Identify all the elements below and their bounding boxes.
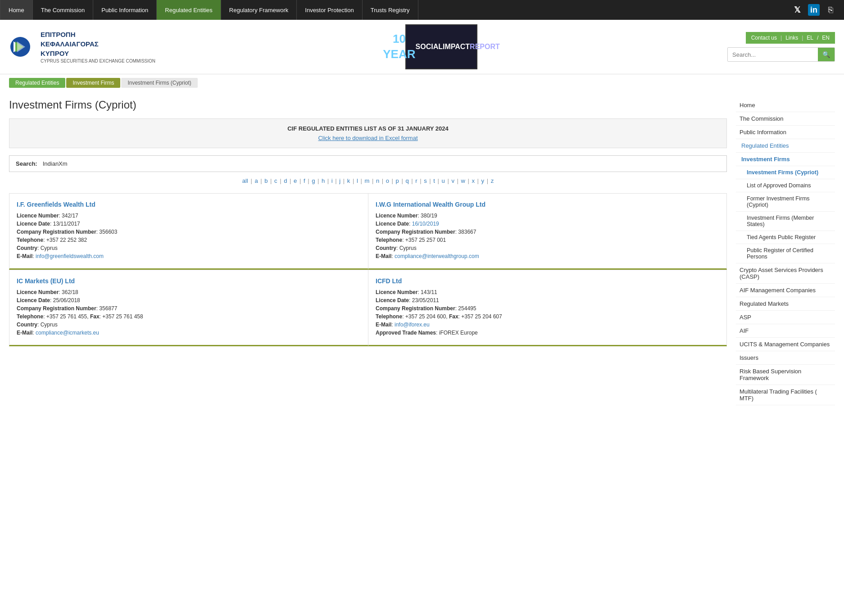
- search-bar: Search:: [9, 155, 727, 172]
- contact-link[interactable]: Contact us: [751, 35, 777, 41]
- sidebar-item-multilateral-trading-facilities--mtf[interactable]: Multilateral Trading Facilities ( MTF): [736, 385, 835, 405]
- logo-greek-line1: ΕΠΙΤΡΟΠΗ: [41, 30, 155, 39]
- sidebar-item-investment-firms[interactable]: Investment Firms: [736, 153, 835, 166]
- logo-area: ΕΠΙΤΡΟΠΗ ΚΕΦΑΛΑΙΑΓΟΡΑΣ ΚΥΠΡΟΥ CYPRUS SEC…: [9, 30, 155, 64]
- alpha-w[interactable]: w: [461, 177, 465, 184]
- alpha-all[interactable]: all: [242, 177, 248, 184]
- content-area: Investment Firms (Cypriot) CIF REGULATED…: [9, 91, 727, 405]
- logo-greek-line3: ΚΥΠΡΟΥ: [41, 49, 155, 58]
- banner-report: REPORT: [470, 42, 500, 52]
- breadcrumb-current: Investment Firms (Cypriot): [121, 78, 197, 88]
- sidebar-item-cypriot[interactable]: Investment Firms (Cypriot): [736, 166, 835, 179]
- twitter-icon[interactable]: 𝕏: [791, 4, 803, 16]
- alpha-i[interactable]: i: [331, 177, 333, 184]
- sidebar-item-public-register-of-certified-persons[interactable]: Public Register of Certified Persons: [736, 244, 835, 263]
- sidebar-item-risk-based-supervision-framework[interactable]: Risk Based Supervision Framework: [736, 365, 835, 385]
- alpha-d[interactable]: d: [284, 177, 287, 184]
- alpha-v[interactable]: v: [451, 177, 454, 184]
- logo-svg: [9, 33, 36, 60]
- download-link[interactable]: Click here to download in Excel format: [318, 135, 417, 141]
- sidebar-item-public-information[interactable]: Public Information: [736, 126, 835, 139]
- alpha-h[interactable]: h: [322, 177, 325, 184]
- header-banner: 10 YEAR SOCIAL IMPACT REPORT: [155, 24, 727, 69]
- sidebar-item-list-of-approved-domains[interactable]: List of Approved Domains: [736, 179, 835, 192]
- alpha-q[interactable]: q: [405, 177, 408, 184]
- alpha-z[interactable]: z: [491, 177, 494, 184]
- sidebar: HomeThe CommissionPublic InformationRegu…: [736, 91, 835, 405]
- sidebar-item-home[interactable]: Home: [736, 99, 835, 112]
- logo-english: CYPRUS SECURITIES AND EXCHANGE COMMISSIO…: [41, 58, 155, 64]
- sidebar-item-aif[interactable]: AIF: [736, 324, 835, 338]
- company-name[interactable]: I.F. Greenfields Wealth Ltd: [17, 201, 361, 208]
- breadcrumb-regulated-entities[interactable]: Regulated Entities: [9, 78, 65, 88]
- banner-social: SOCIAL: [416, 42, 443, 52]
- alpha-j[interactable]: j: [339, 177, 340, 184]
- nav-commission[interactable]: The Commission: [33, 0, 94, 20]
- alpha-p[interactable]: p: [396, 177, 399, 184]
- sidebar-item-regulated-entities[interactable]: Regulated Entities: [736, 139, 835, 153]
- rss-icon[interactable]: ⎘: [824, 4, 837, 16]
- main-nav: Home The Commission Public Information R…: [0, 0, 844, 20]
- sidebar-item-investment-firms-member-states[interactable]: Investment Firms (Member States): [736, 212, 835, 231]
- alpha-t[interactable]: t: [433, 177, 435, 184]
- alpha-b[interactable]: b: [264, 177, 268, 184]
- nav-trusts-registry[interactable]: Trusts Registry: [363, 0, 418, 20]
- banner-year: 10 YEAR: [383, 32, 415, 62]
- alpha-m[interactable]: m: [364, 177, 369, 184]
- nav-regulatory-framework[interactable]: Regulatory Framework: [221, 0, 297, 20]
- alpha-u[interactable]: u: [442, 177, 445, 184]
- alpha-c[interactable]: c: [274, 177, 277, 184]
- company-name[interactable]: ICFD Ltd: [376, 277, 719, 285]
- sidebar-item-the-commission[interactable]: The Commission: [736, 112, 835, 126]
- sidebar-item-former-investment-firms-cypriot[interactable]: Former Investment Firms (Cypriot): [736, 192, 835, 212]
- main-layout: Investment Firms (Cypriot) CIF REGULATED…: [0, 91, 844, 414]
- sidebar-item-issuers[interactable]: Issuers: [736, 351, 835, 365]
- table-row: I.F. Greenfields Wealth LtdLicence Numbe…: [9, 193, 368, 270]
- lang-en[interactable]: EN: [822, 35, 830, 41]
- logo-text: ΕΠΙΤΡΟΠΗ ΚΕΦΑΛΑΙΑΓΟΡΑΣ ΚΥΠΡΟΥ CYPRUS SEC…: [41, 30, 155, 64]
- sidebar-item-asp[interactable]: ASP: [736, 311, 835, 324]
- links-link[interactable]: Links: [785, 35, 798, 41]
- alpha-y[interactable]: y: [481, 177, 485, 184]
- nav-regulated-entities[interactable]: Regulated Entities: [157, 0, 221, 20]
- search-input[interactable]: [43, 160, 720, 167]
- header-search-input[interactable]: [728, 49, 818, 61]
- alpha-g[interactable]: g: [312, 177, 315, 184]
- sidebar-item-ucits--management-companies[interactable]: UCITS & Management Companies: [736, 338, 835, 351]
- page-title: Investment Firms (Cypriot): [9, 99, 727, 111]
- logo-greek-line2: ΚΕΦΑΛΑΙΑΓΟΡΑΣ: [41, 39, 155, 49]
- alpha-a[interactable]: a: [254, 177, 258, 184]
- company-name[interactable]: I.W.G International Wealth Group Ltd: [376, 201, 719, 208]
- nav-home[interactable]: Home: [0, 0, 33, 20]
- header-search-button[interactable]: 🔍: [818, 48, 835, 61]
- alpha-x[interactable]: x: [472, 177, 475, 184]
- header-top-links: Contact us | Links | EL / EN: [746, 32, 835, 44]
- sidebar-item-tied-agents-public-register[interactable]: Tied Agents Public Register: [736, 231, 835, 244]
- breadcrumb: Regulated Entities Investment Firms Inve…: [0, 74, 844, 91]
- sidebar-item-regulated-markets[interactable]: Regulated Markets: [736, 297, 835, 311]
- lang-el[interactable]: EL: [807, 35, 813, 41]
- alpha-s[interactable]: s: [424, 177, 427, 184]
- alpha-k[interactable]: k: [347, 177, 350, 184]
- banner-image: 10 YEAR SOCIAL IMPACT REPORT: [405, 24, 477, 69]
- alpha-l[interactable]: l: [357, 177, 358, 184]
- sidebar-item-crypto-asset-services-providers-casp[interactable]: Crypto Asset Services Providers (CASP): [736, 263, 835, 284]
- info-box: CIF REGULATED ENTITIES LIST AS OF 31 JAN…: [9, 118, 727, 148]
- alpha-n[interactable]: n: [376, 177, 379, 184]
- alpha-f[interactable]: f: [304, 177, 305, 184]
- companies-grid: I.F. Greenfields Wealth LtdLicence Numbe…: [9, 193, 727, 346]
- list-title: CIF REGULATED ENTITIES LIST AS OF 31 JAN…: [16, 125, 720, 132]
- banner-impact: IMPACT: [443, 42, 470, 52]
- alpha-r[interactable]: r: [415, 177, 417, 184]
- linkedin-icon[interactable]: in: [808, 4, 820, 16]
- alpha-o[interactable]: o: [386, 177, 389, 184]
- header-search: 🔍: [727, 47, 835, 62]
- search-label: Search:: [16, 160, 37, 167]
- social-links: 𝕏 in ⎘: [791, 0, 844, 20]
- nav-investor-protection[interactable]: Investor Protection: [297, 0, 362, 20]
- breadcrumb-investment-firms[interactable]: Investment Firms: [66, 78, 120, 88]
- alpha-e[interactable]: e: [294, 177, 297, 184]
- company-name[interactable]: IC Markets (EU) Ltd: [17, 277, 361, 285]
- nav-public-info[interactable]: Public Information: [93, 0, 157, 20]
- sidebar-item-aif-management-companies[interactable]: AIF Management Companies: [736, 284, 835, 297]
